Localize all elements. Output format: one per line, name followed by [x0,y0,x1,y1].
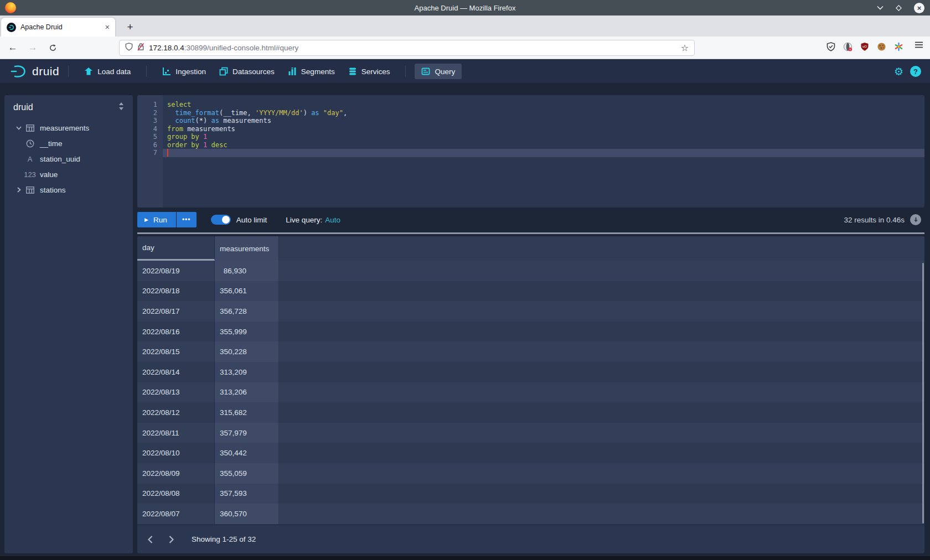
cell-measurements[interactable]: 357,979 [215,423,279,443]
panel-resize-handle[interactable] [137,232,924,234]
run-more-button[interactable]: ••• [177,212,197,227]
cell-measurements[interactable]: 355,999 [215,322,279,342]
chevron-left-icon[interactable] [142,531,158,548]
code-line[interactable]: from measurements [163,125,924,133]
cell-measurements[interactable]: 313,206 [215,382,279,403]
window-titlebar: Apache Druid — Mozilla Firefox × [0,0,930,15]
editor-code[interactable]: select time_format(__time, 'YYYY/MM/dd')… [163,95,924,208]
live-query-value[interactable]: Auto [325,216,340,224]
help-icon[interactable]: ? [910,66,921,77]
maximize-icon[interactable] [896,5,902,11]
bookmark-star-icon[interactable]: ☆ [681,43,689,53]
cell-measurements[interactable]: 313,209 [215,362,279,382]
column-header-measurements[interactable]: measurements [215,236,279,261]
nav-item-services[interactable]: Services [342,64,397,79]
lock-slash-icon[interactable] [137,43,144,53]
cell-day[interactable]: 2022/08/13 [137,382,215,403]
code-line[interactable]: count(*) as measurements [163,117,924,125]
cell-day[interactable]: 2022/08/12 [137,402,215,423]
cell-measurements[interactable]: 360,570 [215,504,279,524]
cell-measurements[interactable]: 86,930 [215,261,279,281]
close-icon[interactable]: × [914,3,924,13]
nav-item-query[interactable]: Query [415,64,462,79]
cell-day[interactable]: 2022/08/09 [137,463,215,484]
row-filler [279,301,924,322]
line-number: 1 [137,101,157,109]
caret-sort-icon[interactable] [118,102,124,112]
cell-day[interactable]: 2022/08/15 [137,341,215,362]
code-line[interactable] [163,149,924,157]
run-button[interactable]: ▶ Run [137,212,176,227]
menu-icon[interactable] [914,41,923,51]
chevron-right-icon[interactable] [163,531,179,548]
browser-tab[interactable]: Apache Druid × [1,18,115,37]
column-header-day[interactable]: day [137,236,215,261]
row-filler [279,484,924,504]
cell-day[interactable]: 2022/08/10 [137,443,215,463]
cell-day[interactable]: 2022/08/11 [137,423,215,443]
table-row: 2022/08/14313,209 [137,362,924,382]
line-number: 5 [137,133,157,141]
editor-gutter: 1234567 [137,95,163,208]
code-line[interactable]: group by 1 [163,133,924,141]
gear-icon[interactable]: ⚙ [894,66,903,77]
nav-item-datasources[interactable]: Datasources [213,64,281,79]
reload-icon[interactable] [44,40,61,55]
cell-day[interactable]: 2022/08/18 [137,281,215,302]
druid-logo[interactable]: druid [10,64,59,79]
code-line[interactable]: order by 1 desc [163,141,924,149]
schema-item-stations[interactable]: stations [4,182,133,198]
cell-day[interactable]: 2022/08/07 [137,504,215,524]
cell-day[interactable]: 2022/08/14 [137,362,215,382]
tab-close-icon[interactable]: × [105,23,110,31]
nav-divider [405,66,406,77]
schema-item-station-uuid[interactable]: A station_uuid [4,151,133,167]
schema-item-time[interactable]: __time [4,136,133,151]
cell-measurements[interactable]: 350,442 [215,443,279,463]
table-row: 2022/08/11357,979 [137,423,924,443]
datasource-title: druid [13,102,33,112]
code-line[interactable]: select [163,101,924,109]
cell-day[interactable]: 2022/08/08 [137,484,215,504]
ublock-extension-icon[interactable]: uO [860,42,869,54]
back-icon[interactable]: ← [4,40,21,55]
url-bar[interactable]: 172.18.0.4:30899/unified-console.html#qu… [119,40,695,56]
url-input[interactable]: 172.18.0.4:30899/unified-console.html#qu… [149,44,676,52]
sql-editor[interactable]: 1234567 select time_format(__time, 'YYYY… [137,95,924,208]
chevron-right-icon[interactable] [14,187,23,193]
cell-measurements[interactable]: 356,728 [215,301,279,322]
chevron-down-icon[interactable] [877,6,884,10]
row-filler [279,463,924,484]
cell-measurements[interactable]: 356,061 [215,281,279,302]
chevron-down-icon[interactable] [14,126,23,130]
code-line[interactable]: time_format(__time, 'YYYY/MM/dd') as "da… [163,109,924,117]
cell-day[interactable]: 2022/08/19 [137,261,215,281]
download-icon[interactable] [910,214,921,225]
line-number: 4 [137,125,157,133]
cell-measurements[interactable]: 355,059 [215,463,279,484]
schema-item-value[interactable]: 123 value [4,167,133,182]
row-filler [279,261,924,281]
ingestion-icon [162,67,171,76]
table-row: 2022/08/17356,728 [137,301,924,322]
color-asterisk-extension-icon[interactable] [894,42,903,54]
mask-extension-icon[interactable]: x [843,42,852,54]
table-row: 2022/08/07360,570 [137,504,924,524]
cell-measurements[interactable]: 350,228 [215,341,279,362]
nav-item-segments[interactable]: Segments [281,64,342,79]
vertical-scrollbar[interactable] [922,263,924,523]
load-data-icon [84,67,93,76]
schema-item-measurements[interactable]: measurements [4,120,133,136]
cookie-extension-icon[interactable] [877,42,886,54]
nav-item-ingestion[interactable]: Ingestion [156,64,213,79]
new-tab-button[interactable]: + [123,20,137,34]
cell-measurements[interactable]: 357,593 [215,484,279,504]
forward-icon[interactable]: → [24,40,41,55]
cell-measurements[interactable]: 315,682 [215,402,279,423]
auto-limit-toggle[interactable] [211,215,231,225]
cell-day[interactable]: 2022/08/16 [137,322,215,342]
nav-item-load-data[interactable]: Load data [78,64,137,79]
privacy-shield-extension-icon[interactable] [826,42,835,54]
cell-day[interactable]: 2022/08/17 [137,301,215,322]
shield-icon[interactable] [125,43,133,53]
